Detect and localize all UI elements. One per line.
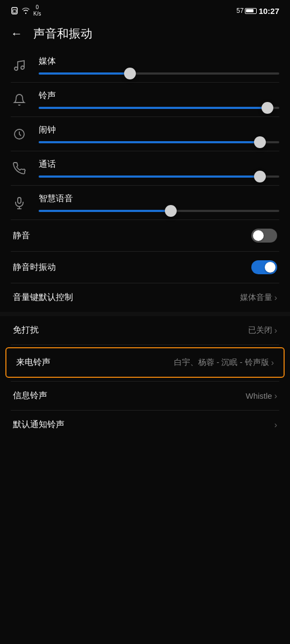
wifi-icon xyxy=(21,8,30,14)
media-slider-row: 媒体 xyxy=(0,48,290,82)
svg-point-3 xyxy=(21,66,24,69)
status-time: 10:27 xyxy=(259,6,279,16)
chevron-icon-message: › xyxy=(274,391,277,401)
assistant-slider-content: 智慧语音 xyxy=(39,193,279,212)
alarm-track[interactable] xyxy=(39,141,279,143)
call-track[interactable] xyxy=(39,175,279,178)
media-label: 媒体 xyxy=(39,56,279,67)
svg-point-2 xyxy=(15,67,18,70)
header: ← 声音和振动 xyxy=(0,19,290,48)
ringtone-message-value-group: Whistle › xyxy=(245,391,277,401)
dnd-value-group: 已关闭 › xyxy=(248,325,277,335)
bell-icon xyxy=(11,93,28,106)
volume-key-label: 音量键默认控制 xyxy=(13,292,73,303)
ringtone-notify-label: 默认通知铃声 xyxy=(13,419,64,430)
ringtone-message-row[interactable]: 信息铃声 Whistle › xyxy=(0,382,290,410)
volume-key-value-group: 媒体音量 › xyxy=(240,292,277,303)
silent-row: 静音 xyxy=(0,220,290,251)
assistant-track[interactable] xyxy=(39,210,279,212)
status-bar: 0 K/s 57 10:27 xyxy=(0,0,290,19)
sim-icon xyxy=(11,7,18,14)
section-divider-1 xyxy=(0,312,290,316)
back-button[interactable]: ← xyxy=(9,25,25,43)
network-speed: 0 K/s xyxy=(33,4,41,17)
status-right: 57 10:27 xyxy=(236,6,279,16)
chevron-icon-dnd: › xyxy=(274,326,277,335)
ringtone-call-value: 白宇、杨蓉 - 沉眠 - 铃声版 xyxy=(174,357,269,368)
volume-sliders: 媒体 铃声 xyxy=(0,48,290,219)
alarm-label: 闹钟 xyxy=(39,125,279,136)
ringtone-call-value-group: 白宇、杨蓉 - 沉眠 - 铃声版 › xyxy=(174,357,274,368)
dnd-row[interactable]: 免打扰 已关闭 › xyxy=(0,316,290,345)
ringtone-notify-value-group: › xyxy=(274,420,277,430)
dnd-label: 免打扰 xyxy=(13,325,39,336)
mic-icon xyxy=(11,196,28,209)
silent-toggle[interactable] xyxy=(251,229,277,243)
battery-percent: 57 xyxy=(236,7,243,14)
vibrate-silent-label: 静音时振动 xyxy=(13,262,56,273)
ringtone-slider-content: 铃声 xyxy=(39,90,279,109)
status-left: 0 K/s xyxy=(11,4,41,17)
chevron-icon-ringtone-call: › xyxy=(271,358,274,368)
vibrate-silent-row: 静音时振动 xyxy=(0,252,290,283)
ringtone-track[interactable] xyxy=(39,107,279,109)
vibrate-silent-toggle[interactable] xyxy=(251,260,277,274)
clock-icon xyxy=(11,128,28,141)
ringtone-slider-row: 铃声 xyxy=(0,83,290,116)
volume-key-value: 媒体音量 xyxy=(240,292,272,303)
silent-label: 静音 xyxy=(13,230,30,241)
media-slider-content: 媒体 xyxy=(39,56,279,75)
call-slider-row: 通话 xyxy=(0,151,290,185)
media-track[interactable] xyxy=(39,72,279,75)
svg-rect-5 xyxy=(18,197,21,203)
call-label: 通话 xyxy=(39,159,279,170)
ringtone-label: 铃声 xyxy=(39,90,279,101)
svg-rect-1 xyxy=(13,10,16,13)
ringtone-message-value: Whistle xyxy=(245,391,272,400)
call-slider-content: 通话 xyxy=(39,159,279,178)
music-icon xyxy=(11,59,28,72)
page-title: 声音和振动 xyxy=(33,26,92,42)
volume-key-row[interactable]: 音量键默认控制 媒体音量 › xyxy=(0,283,290,312)
alarm-slider-content: 闹钟 xyxy=(39,125,279,143)
ringtone-notify-row[interactable]: 默认通知铃声 › xyxy=(0,411,290,439)
battery-icon: 57 xyxy=(236,7,256,14)
alarm-slider-row: 闹钟 xyxy=(0,117,290,151)
chevron-icon: › xyxy=(274,293,277,303)
ringtone-message-label: 信息铃声 xyxy=(13,390,47,401)
chevron-icon-notify: › xyxy=(274,420,277,430)
assistant-slider-row: 智慧语音 xyxy=(0,186,290,219)
phone-icon xyxy=(11,162,28,175)
dnd-value: 已关闭 xyxy=(248,325,272,335)
ringtone-call-label: 来电铃声 xyxy=(16,357,50,368)
assistant-label: 智慧语音 xyxy=(39,193,279,204)
ringtone-call-row[interactable]: 来电铃声 白宇、杨蓉 - 沉眠 - 铃声版 › xyxy=(5,347,285,378)
